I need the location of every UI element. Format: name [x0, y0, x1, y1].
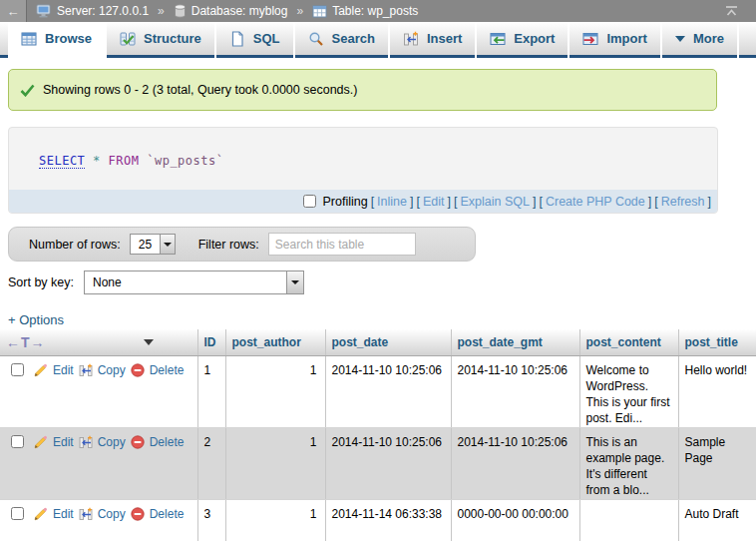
table-header-row: ←T→ ID post_author post_date post_date_g…	[0, 329, 756, 355]
edit-row-link[interactable]: Edit	[53, 362, 74, 378]
query-options-bar: Profiling [ Inline ] [ Edit ] [ Explain …	[9, 190, 717, 213]
column-header-post-content[interactable]: post_content	[579, 329, 678, 355]
bracket: ]	[533, 195, 536, 209]
success-message: Showing rows 0 - 2 (3 total, Query took …	[8, 69, 717, 111]
table-row: Edit Copy Delete 3 1 2014-11-14 06:33:38…	[0, 499, 756, 541]
copy-row-icon	[79, 363, 93, 377]
breadcrumb-bar: ← Server: 127.0.0.1 » Database: myblog »…	[0, 0, 756, 22]
tab-more[interactable]: More	[662, 22, 737, 58]
header-dropdown-icon[interactable]	[144, 339, 154, 345]
column-header-post-author[interactable]: post_author	[225, 329, 325, 355]
cell-id: 2	[197, 427, 225, 499]
tab-browse-label: Browse	[45, 31, 92, 46]
number-of-rows-label: Number of rows:	[29, 238, 121, 252]
bracket: ]	[708, 195, 711, 209]
tab-more-label: More	[693, 31, 724, 46]
cell-post-date-gmt: 2014-11-10 10:25:06	[451, 427, 579, 499]
tabbar-filler	[739, 22, 756, 58]
cell-post-content: This is an example page. It's different …	[579, 427, 678, 499]
column-actions-header: ←T→	[0, 329, 197, 355]
edit-row-link[interactable]: Edit	[53, 506, 74, 522]
table-row: Edit Copy Delete 1 1 2014-11-10 10:25:06…	[0, 355, 756, 427]
edit-row-link[interactable]: Edit	[53, 434, 74, 450]
results-table: ←T→ ID post_author post_date post_date_g…	[0, 329, 756, 541]
options-toggle-link[interactable]: + Options	[8, 312, 64, 327]
collapse-topbar-icon[interactable]	[723, 5, 740, 17]
filter-rows-label: Filter rows:	[198, 238, 259, 252]
search-icon	[308, 31, 324, 47]
tab-insert[interactable]: Insert	[390, 22, 475, 58]
breadcrumb-server[interactable]: Server: 127.0.0.1	[57, 4, 149, 18]
sql-select-keyword-link[interactable]: SELECT	[39, 154, 85, 169]
filter-rows-input[interactable]	[268, 233, 416, 256]
chevron-down-icon	[675, 36, 685, 42]
cell-post-date: 2014-11-14 06:33:38	[325, 499, 451, 541]
database-icon	[174, 4, 187, 18]
delete-row-link[interactable]: Delete	[150, 506, 185, 522]
tab-sql-label: SQL	[253, 31, 280, 46]
create-php-code-link[interactable]: Create PHP Code	[546, 195, 645, 209]
column-header-id[interactable]: ID	[197, 329, 225, 355]
back-arrow-icon: ←	[7, 4, 20, 19]
profiling-checkbox[interactable]	[303, 195, 316, 208]
import-icon	[582, 31, 598, 47]
cell-post-title: Sample Page	[678, 427, 756, 499]
column-header-post-title[interactable]: post_title	[678, 329, 756, 355]
copy-row-link[interactable]: Copy	[98, 362, 126, 378]
structure-icon	[120, 31, 136, 47]
sort-by-key-select[interactable]: None	[84, 270, 304, 294]
delete-row-icon	[131, 507, 145, 521]
row-actions-cell: Edit Copy Delete	[0, 499, 197, 541]
inline-link[interactable]: Inline	[377, 195, 407, 209]
refresh-link[interactable]: Refresh	[661, 195, 705, 209]
column-header-post-date[interactable]: post_date	[325, 329, 451, 355]
row-select-checkbox[interactable]	[11, 435, 24, 448]
cell-post-content: Welcome to WordPress. This is your first…	[579, 355, 678, 427]
edit-query-link[interactable]: Edit	[423, 195, 445, 209]
tab-export[interactable]: Export	[477, 22, 567, 58]
explain-sql-link[interactable]: Explain SQL	[460, 195, 529, 209]
tab-import-label: Import	[606, 31, 646, 46]
cell-id: 3	[197, 499, 225, 541]
select-dropdown-button[interactable]	[160, 235, 175, 254]
number-of-rows-select[interactable]: 25	[130, 234, 176, 255]
tab-search[interactable]: Search	[295, 22, 388, 58]
column-header-post-date-gmt[interactable]: post_date_gmt	[451, 329, 579, 355]
row-select-checkbox[interactable]	[11, 363, 24, 376]
bracket: [	[416, 195, 419, 209]
cell-post-author: 1	[225, 355, 325, 427]
success-message-text: Showing rows 0 - 2 (3 total, Query took …	[43, 83, 357, 97]
export-icon	[490, 31, 506, 47]
check-icon	[20, 84, 35, 97]
delete-row-link[interactable]: Delete	[150, 362, 185, 378]
insert-icon	[403, 31, 419, 47]
tab-sql[interactable]: SQL	[216, 22, 293, 58]
row-select-checkbox[interactable]	[11, 507, 24, 520]
cell-post-content	[579, 499, 678, 541]
bracket: [	[454, 195, 457, 209]
sql-star-token: *	[93, 154, 101, 168]
breadcrumb-separator: »	[296, 4, 303, 18]
tab-browse[interactable]: Browse	[8, 22, 105, 58]
cell-post-title: Hello world!	[678, 355, 756, 427]
delete-row-link[interactable]: Delete	[150, 434, 185, 450]
tab-structure[interactable]: Structure	[107, 22, 214, 58]
column-direction-icon[interactable]: ←T→	[6, 334, 46, 350]
bracket: ]	[648, 195, 651, 209]
row-actions-cell: Edit Copy Delete	[0, 427, 197, 499]
select-dropdown-button[interactable]	[286, 271, 303, 293]
breadcrumb-table[interactable]: Table: wp_posts	[332, 4, 418, 18]
pencil-icon	[33, 435, 48, 449]
copy-row-link[interactable]: Copy	[98, 434, 126, 450]
sql-query-box: SELECT * FROM `wp_posts` Profiling [ Inl…	[8, 127, 718, 214]
breadcrumb-database[interactable]: Database: myblog	[191, 4, 288, 18]
tab-insert-label: Insert	[427, 31, 462, 46]
back-button[interactable]: ←	[0, 0, 27, 22]
sql-query-text: SELECT * FROM `wp_posts`	[39, 154, 717, 168]
copy-row-link[interactable]: Copy	[98, 506, 126, 522]
tab-import[interactable]: Import	[569, 22, 659, 58]
cell-post-date-gmt: 0000-00-00 00:00:00	[451, 499, 579, 541]
copy-row-icon	[79, 435, 93, 449]
row-controls-bar: Number of rows: 25 Filter rows:	[8, 227, 476, 262]
server-icon	[36, 4, 52, 19]
